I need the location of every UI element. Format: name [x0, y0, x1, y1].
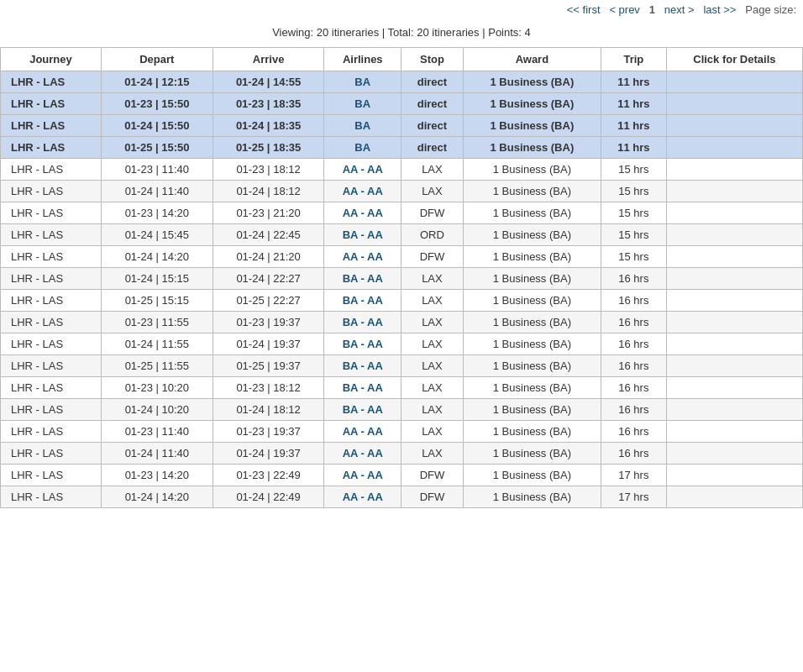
cell-details[interactable]: [666, 355, 802, 377]
cell-details[interactable]: [666, 202, 802, 224]
cell-arrive: 01-23 | 18:35: [213, 93, 324, 115]
cell-journey: LHR - LAS: [1, 115, 102, 137]
cell-stop: direct: [402, 71, 464, 93]
cell-stop: direct: [402, 115, 464, 137]
airline-link[interactable]: AA - AA: [343, 447, 383, 459]
airline-link[interactable]: BA - AA: [343, 403, 383, 416]
table-row[interactable]: LHR - LAS01-24 | 15:5001-24 | 18:35BAdir…: [1, 115, 803, 137]
table-row[interactable]: LHR - LAS01-25 | 11:5501-25 | 19:37BA - …: [1, 355, 803, 377]
cell-depart: 01-23 | 11:55: [101, 312, 213, 333]
cell-airlines[interactable]: AA - AA: [324, 421, 402, 443]
cell-details[interactable]: [666, 486, 802, 508]
table-row[interactable]: LHR - LAS01-24 | 15:4501-24 | 22:45BA - …: [1, 224, 803, 246]
table-row[interactable]: LHR - LAS01-24 | 11:5501-24 | 19:37BA - …: [1, 333, 803, 355]
cell-airlines[interactable]: BA: [324, 115, 402, 137]
table-row[interactable]: LHR - LAS01-24 | 12:1501-24 | 14:55BAdir…: [1, 71, 803, 93]
cell-arrive: 01-24 | 22:27: [213, 268, 324, 290]
cell-airlines[interactable]: BA - AA: [324, 399, 402, 421]
cell-airlines[interactable]: BA - AA: [324, 333, 402, 355]
airline-link[interactable]: AA - AA: [343, 185, 383, 197]
airline-link[interactable]: BA: [354, 141, 370, 154]
airline-link[interactable]: BA: [354, 76, 370, 88]
table-row[interactable]: LHR - LAS01-24 | 11:4001-24 | 19:37AA - …: [1, 443, 803, 465]
table-row[interactable]: LHR - LAS01-23 | 14:2001-23 | 22:49AA - …: [1, 465, 803, 486]
airline-link[interactable]: AA - AA: [343, 469, 383, 481]
table-row[interactable]: LHR - LAS01-24 | 14:2001-24 | 22:49AA - …: [1, 486, 803, 508]
cell-airlines[interactable]: BA: [324, 71, 402, 93]
cell-details[interactable]: [666, 465, 802, 486]
cell-airlines[interactable]: AA - AA: [324, 246, 402, 268]
cell-arrive: 01-24 | 21:20: [213, 246, 324, 268]
cell-airlines[interactable]: BA - AA: [324, 224, 402, 246]
cell-airlines[interactable]: AA - AA: [324, 486, 402, 508]
cell-details[interactable]: [666, 159, 802, 181]
cell-airlines[interactable]: BA: [324, 137, 402, 159]
cell-details[interactable]: [666, 399, 802, 421]
cell-details[interactable]: [666, 71, 802, 93]
table-row[interactable]: LHR - LAS01-24 | 11:4001-24 | 18:12AA - …: [1, 181, 803, 202]
cell-airlines[interactable]: BA - AA: [324, 377, 402, 399]
airline-link[interactable]: BA - AA: [343, 360, 383, 372]
prev-page-link[interactable]: < prev: [609, 3, 640, 16]
airline-link[interactable]: BA - AA: [343, 316, 383, 328]
cell-airlines[interactable]: AA - AA: [324, 159, 402, 181]
airline-link[interactable]: BA - AA: [343, 338, 383, 350]
airline-link[interactable]: BA - AA: [343, 294, 383, 307]
airline-link[interactable]: AA - AA: [343, 207, 383, 219]
cell-award: 1 Business (BA): [463, 399, 601, 421]
table-row[interactable]: LHR - LAS01-23 | 10:2001-23 | 18:12BA - …: [1, 377, 803, 399]
cell-airlines[interactable]: AA - AA: [324, 181, 402, 202]
table-row[interactable]: LHR - LAS01-24 | 10:2001-24 | 18:12BA - …: [1, 399, 803, 421]
cell-trip: 11 hrs: [601, 71, 666, 93]
first-page-link[interactable]: << first: [567, 3, 601, 16]
table-row[interactable]: LHR - LAS01-24 | 14:2001-24 | 21:20AA - …: [1, 246, 803, 268]
cell-airlines[interactable]: AA - AA: [324, 202, 402, 224]
cell-details[interactable]: [666, 443, 802, 465]
table-row[interactable]: LHR - LAS01-25 | 15:5001-25 | 18:35BAdir…: [1, 137, 803, 159]
airline-link[interactable]: BA: [354, 119, 370, 132]
cell-details[interactable]: [666, 290, 802, 312]
cell-details[interactable]: [666, 137, 802, 159]
last-page-link[interactable]: last >>: [703, 3, 736, 16]
airline-link[interactable]: AA - AA: [343, 491, 383, 503]
cell-details[interactable]: [666, 312, 802, 333]
cell-details[interactable]: [666, 268, 802, 290]
cell-details[interactable]: [666, 93, 802, 115]
airline-link[interactable]: AA - AA: [343, 163, 383, 176]
airline-link[interactable]: BA: [354, 97, 370, 110]
cell-details[interactable]: [666, 224, 802, 246]
next-page-link[interactable]: next >: [664, 3, 695, 16]
cell-details[interactable]: [666, 333, 802, 355]
table-row[interactable]: LHR - LAS01-23 | 14:2001-23 | 21:20AA - …: [1, 202, 803, 224]
table-row[interactable]: LHR - LAS01-24 | 15:1501-24 | 22:27BA - …: [1, 268, 803, 290]
airline-link[interactable]: BA - AA: [343, 228, 383, 241]
table-row[interactable]: LHR - LAS01-23 | 11:5501-23 | 19:37BA - …: [1, 312, 803, 333]
airline-link[interactable]: AA - AA: [343, 425, 383, 438]
cell-airlines[interactable]: BA - AA: [324, 290, 402, 312]
cell-arrive: 01-25 | 18:35: [213, 137, 324, 159]
airline-link[interactable]: AA - AA: [343, 250, 383, 263]
cell-details[interactable]: [666, 246, 802, 268]
airline-link[interactable]: BA - AA: [343, 381, 383, 394]
airline-link[interactable]: BA - AA: [343, 272, 383, 285]
cell-airlines[interactable]: AA - AA: [324, 465, 402, 486]
cell-stop: direct: [402, 137, 464, 159]
cell-award: 1 Business (BA): [463, 312, 601, 333]
cell-airlines[interactable]: AA - AA: [324, 443, 402, 465]
col-header-award: Award: [463, 48, 601, 71]
cell-airlines[interactable]: BA - AA: [324, 268, 402, 290]
cell-stop: LAX: [402, 399, 464, 421]
cell-depart: 01-24 | 14:20: [101, 486, 213, 508]
col-header-details: Click for Details: [666, 48, 802, 71]
cell-details[interactable]: [666, 115, 802, 137]
table-row[interactable]: LHR - LAS01-23 | 15:5001-23 | 18:35BAdir…: [1, 93, 803, 115]
table-row[interactable]: LHR - LAS01-25 | 15:1501-25 | 22:27BA - …: [1, 290, 803, 312]
cell-airlines[interactable]: BA - AA: [324, 312, 402, 333]
cell-details[interactable]: [666, 421, 802, 443]
cell-airlines[interactable]: BA - AA: [324, 355, 402, 377]
cell-details[interactable]: [666, 377, 802, 399]
table-row[interactable]: LHR - LAS01-23 | 11:4001-23 | 18:12AA - …: [1, 159, 803, 181]
cell-details[interactable]: [666, 181, 802, 202]
table-row[interactable]: LHR - LAS01-23 | 11:4001-23 | 19:37AA - …: [1, 421, 803, 443]
cell-airlines[interactable]: BA: [324, 93, 402, 115]
